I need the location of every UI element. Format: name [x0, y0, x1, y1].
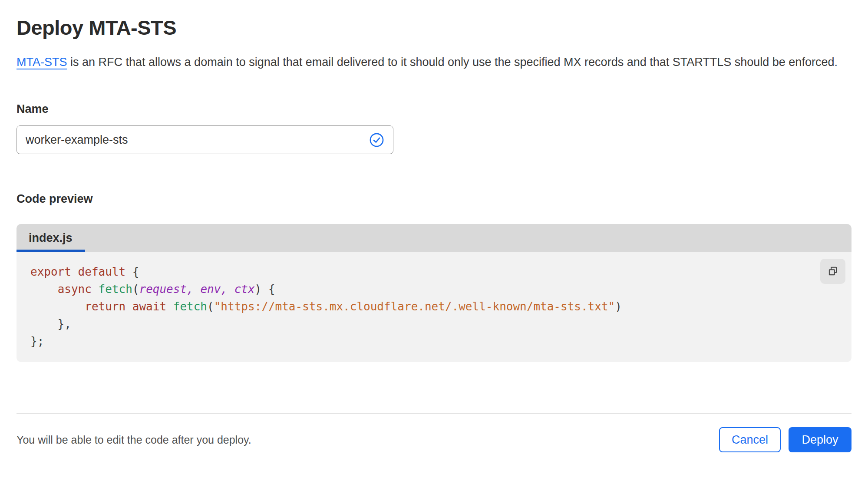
- code-preview-block: index.js export default { async fetch(re…: [17, 224, 851, 362]
- footer-buttons: Cancel Deploy: [719, 427, 851, 452]
- tab-index-js[interactable]: index.js: [17, 224, 85, 252]
- code-line: return await fetch("https://mta-sts.mx.c…: [30, 298, 821, 315]
- code-line: },: [30, 315, 821, 333]
- code-preview-label: Code preview: [17, 192, 851, 206]
- code-tab-bar: index.js: [17, 224, 851, 252]
- copy-code-button[interactable]: [820, 259, 845, 284]
- name-input-container: [17, 125, 393, 154]
- footer: You will be able to edit the code after …: [17, 427, 851, 452]
- code-editor-area: export default { async fetch(request, en…: [17, 252, 851, 362]
- code-line: };: [30, 333, 821, 350]
- footer-note: You will be able to edit the code after …: [17, 434, 251, 446]
- mta-sts-link[interactable]: MTA-STS: [17, 56, 67, 69]
- footer-divider: [17, 413, 851, 414]
- check-circle-icon: [369, 132, 384, 148]
- name-input[interactable]: [26, 133, 369, 147]
- intro-text-body: is an RFC that allows a domain to signal…: [67, 56, 838, 69]
- code-line: async fetch(request, env, ctx) {: [30, 280, 821, 298]
- intro-text: MTA-STS is an RFC that allows a domain t…: [17, 53, 844, 72]
- page-title: Deploy MTA-STS: [17, 16, 851, 40]
- code-line: export default {: [30, 263, 821, 280]
- deploy-button[interactable]: Deploy: [789, 427, 851, 452]
- cancel-button[interactable]: Cancel: [719, 427, 781, 452]
- deploy-mta-sts-page: Deploy MTA-STS MTA-STS is an RFC that al…: [0, 0, 868, 452]
- copy-icon: [827, 266, 838, 277]
- tab-label: index.js: [29, 231, 73, 245]
- name-field-label: Name: [17, 102, 851, 116]
- code-content: export default { async fetch(request, en…: [30, 263, 821, 350]
